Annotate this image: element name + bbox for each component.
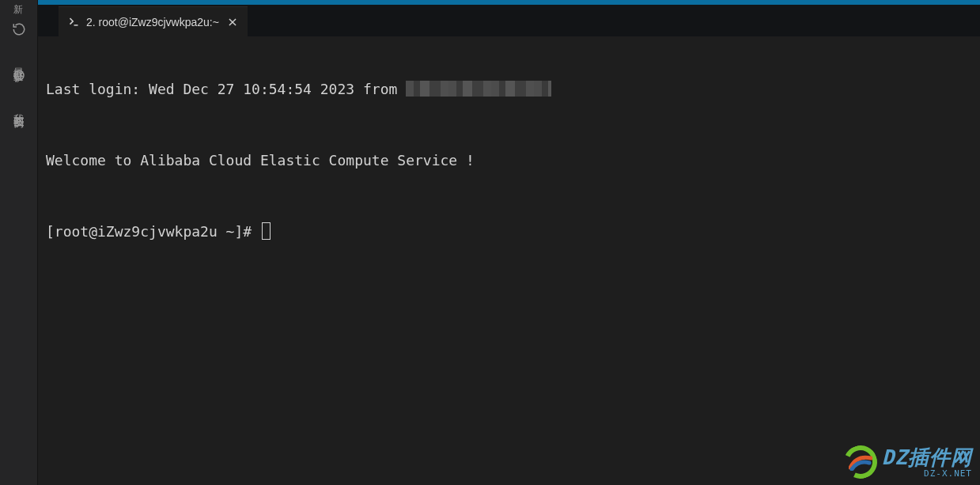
clock-chat-icon: [12, 69, 26, 86]
watermark-sub: DZ-X.NET: [924, 469, 972, 478]
watermark-icon: [844, 445, 877, 479]
tab-label: 2. root@iZwz9cjvwkpa2u:~: [86, 16, 219, 28]
list-icon: [12, 115, 26, 132]
terminal-line-welcome: Welcome to Alibaba Cloud Elastic Compute…: [41, 149, 980, 172]
refresh-icon: [11, 21, 27, 37]
terminal-icon: [68, 16, 80, 28]
terminal-line-last-login: Last login: Wed Dec 27 10:54:54 2023 fro…: [41, 78, 980, 101]
main-panel: 2. root@iZwz9cjvwkpa2u:~ Last login: Wed…: [38, 0, 980, 485]
redacted-ip: [406, 81, 551, 97]
terminal-output[interactable]: Last login: Wed Dec 27 10:54:54 2023 fro…: [38, 36, 980, 485]
close-icon[interactable]: [225, 15, 240, 29]
last-login-text: Last login: Wed Dec 27 10:54:54 2023 fro…: [46, 81, 406, 97]
sidebar-item-refresh[interactable]: [0, 21, 38, 39]
sidebar-new-label: 新: [13, 3, 25, 17]
sidebar-my-instances-label: 我的实例: [12, 105, 26, 112]
sidebar-item-my-instances[interactable]: 我的实例: [12, 105, 26, 132]
tab-terminal-session[interactable]: 2. root@iZwz9cjvwkpa2u:~: [59, 6, 248, 36]
prompt-text: [root@iZwz9cjvwkpa2u ~]#: [46, 223, 260, 240]
watermark-title: DZ插件网: [882, 447, 972, 468]
left-sidebar: 新 最近登录 我的实例: [0, 0, 38, 485]
tab-strip: 2. root@iZwz9cjvwkpa2u:~: [38, 5, 980, 36]
terminal-line-prompt: [root@iZwz9cjvwkpa2u ~]#: [41, 220, 980, 244]
sidebar-item-recent-login[interactable]: 最近登录: [12, 59, 26, 86]
terminal-cursor: [262, 222, 271, 240]
sidebar-item-new[interactable]: 新: [0, 3, 38, 17]
watermark-logo: DZ插件网 DZ-X.NET: [844, 445, 972, 479]
sidebar-recent-login-label: 最近登录: [12, 59, 26, 66]
